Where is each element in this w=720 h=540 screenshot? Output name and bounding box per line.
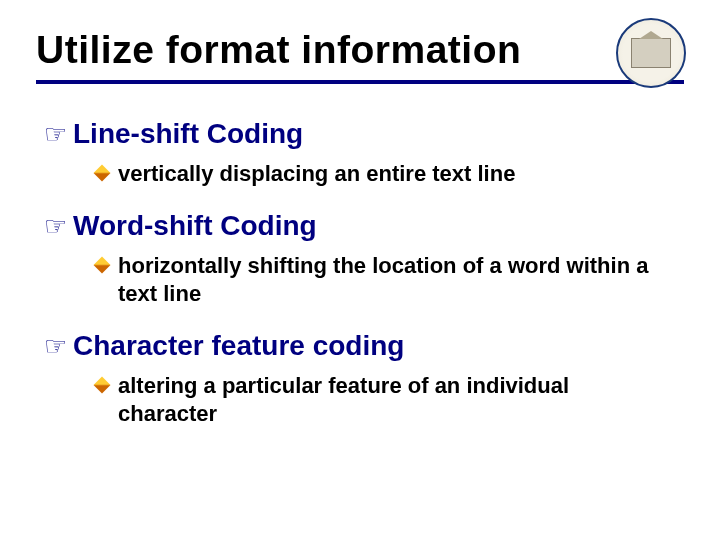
pointing-hand-icon: ☞ — [44, 210, 67, 242]
list-item: ☞ Line-shift Coding — [44, 118, 684, 150]
title-rule — [36, 80, 684, 84]
slide: Utilize format information ☞ Line-shift … — [0, 0, 720, 540]
slide-header: Utilize format information — [36, 28, 684, 84]
item-heading: Word-shift Coding — [73, 210, 317, 242]
item-heading: Line-shift Coding — [73, 118, 303, 150]
pointing-hand-icon: ☞ — [44, 330, 67, 362]
slide-title: Utilize format information — [36, 28, 684, 78]
diamond-bullet-icon — [94, 377, 111, 394]
pointing-hand-icon: ☞ — [44, 118, 67, 150]
list-item: ☞ Character feature coding — [44, 330, 684, 362]
university-seal-icon — [616, 18, 686, 88]
item-detail: horizontally shifting the location of a … — [118, 252, 664, 308]
item-heading: Character feature coding — [73, 330, 404, 362]
item-detail: altering a particular feature of an indi… — [118, 372, 664, 428]
list-subitem: vertically displacing an entire text lin… — [96, 160, 684, 188]
list-subitem: horizontally shifting the location of a … — [96, 252, 684, 308]
list-item: ☞ Word-shift Coding — [44, 210, 684, 242]
diamond-bullet-icon — [94, 165, 111, 182]
list-subitem: altering a particular feature of an indi… — [96, 372, 684, 428]
item-detail: vertically displacing an entire text lin… — [118, 160, 515, 188]
content-list: ☞ Line-shift Coding vertically displacin… — [36, 118, 684, 428]
diamond-bullet-icon — [94, 257, 111, 274]
